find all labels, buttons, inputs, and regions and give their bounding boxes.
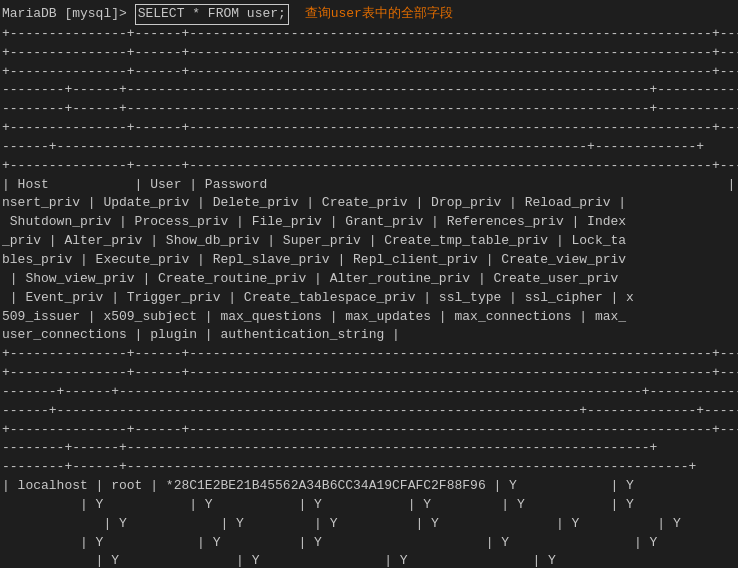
header-row-5: bles_priv | Execute_priv | Repl_slave_pr… xyxy=(0,251,738,270)
data-row-5: | Y | Y | Y | Y xyxy=(0,552,738,568)
command-text: SELECT * FROM user; xyxy=(135,4,289,25)
separator-top-1: +---------------+------+----------------… xyxy=(0,25,738,44)
separator-mid-3: -------+------+-------------------------… xyxy=(0,383,738,402)
separator-top-8: +---------------+------+----------------… xyxy=(0,157,738,176)
separator-mid-1: +---------------+------+----------------… xyxy=(0,345,738,364)
data-row-2: | Y | Y | Y | Y | Y | Y xyxy=(0,496,738,515)
prompt-text: MariaDB [mysql]> xyxy=(2,5,135,24)
separator-top-2: +---------------+------+----------------… xyxy=(0,44,738,63)
header-row-4: _priv | Alter_priv | Show_db_priv | Supe… xyxy=(0,232,738,251)
data-row-3: | Y | Y | Y | Y | Y | Y xyxy=(0,515,738,534)
header-row-8: 509_issuer | x509_subject | max_question… xyxy=(0,308,738,327)
terminal-window: MariaDB [mysql]> SELECT * FROM user; 查询u… xyxy=(0,0,738,568)
header-row-6: | Show_view_priv | Create_routine_priv |… xyxy=(0,270,738,289)
separator-mid-5: +---------------+------+----------------… xyxy=(0,421,738,440)
data-row-4: | Y | Y | Y | Y | Y xyxy=(0,534,738,553)
header-row-7: | Event_priv | Trigger_priv | Create_tab… xyxy=(0,289,738,308)
separator-mid-2: +---------------+------+----------------… xyxy=(0,364,738,383)
separator-top-4: --------+------+------------------------… xyxy=(0,81,738,100)
separator-mid-4: ------+---------------------------------… xyxy=(0,402,738,421)
comment-text: 查询user表中的全部字段 xyxy=(297,5,453,24)
separator-top-3: +---------------+------+----------------… xyxy=(0,63,738,82)
separator-top-6: +---------------+------+----------------… xyxy=(0,119,738,138)
separator-mid-7: --------+------+------------------------… xyxy=(0,458,738,477)
separator-top-5: --------+------+------------------------… xyxy=(0,100,738,119)
separator-mid-6: --------+------+------------------------… xyxy=(0,439,738,458)
separator-top-7: ------+---------------------------------… xyxy=(0,138,738,157)
header-row-3: Shutdown_priv | Process_priv | File_priv… xyxy=(0,213,738,232)
header-row-9: user_connections | plugin | authenticati… xyxy=(0,326,738,345)
prompt-line: MariaDB [mysql]> SELECT * FROM user; 查询u… xyxy=(0,4,738,25)
header-row-2: nsert_priv | Update_priv | Delete_priv |… xyxy=(0,194,738,213)
header-row: | Host | User | Password | Select_priv |… xyxy=(0,176,738,195)
data-row-1: | localhost | root | *28C1E2BE21B45562A3… xyxy=(0,477,738,496)
